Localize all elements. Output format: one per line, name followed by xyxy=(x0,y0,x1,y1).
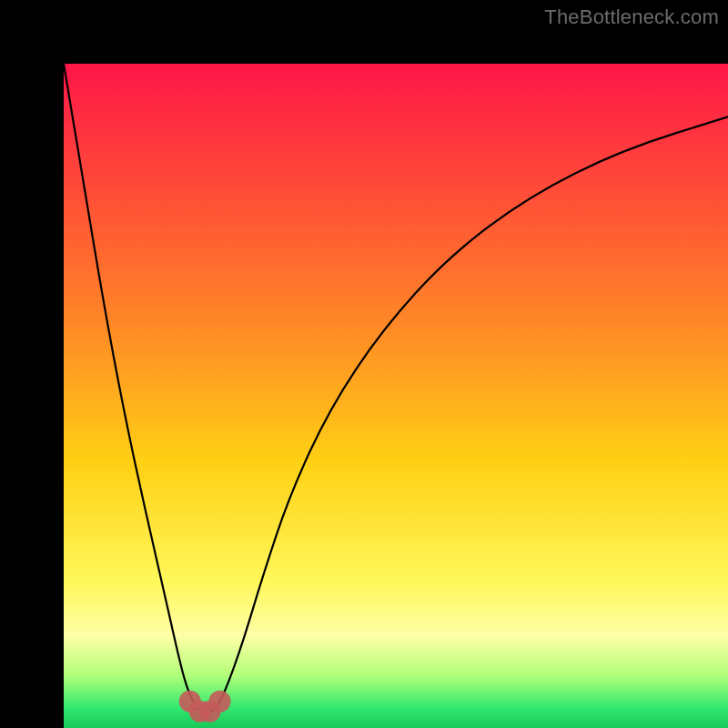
gradient-background xyxy=(64,64,728,728)
valley-marker-point xyxy=(209,691,231,713)
watermark-text: TheBottleneck.com xyxy=(544,5,719,29)
bottleneck-chart xyxy=(64,64,728,728)
chart-plot-area xyxy=(64,64,728,728)
chart-frame xyxy=(0,0,728,728)
